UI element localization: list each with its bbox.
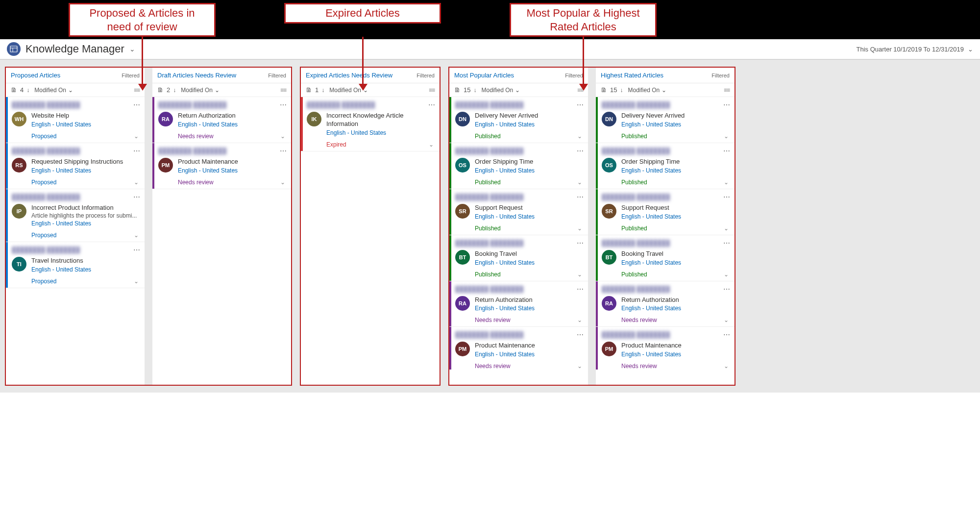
panel-title[interactable]: Draft Articles Needs Review — [157, 72, 236, 79]
card-more-menu[interactable]: ⋯ — [577, 331, 584, 339]
card-more-menu[interactable]: ⋯ — [723, 285, 731, 293]
article-card[interactable]: ████████ ████████⋯RAReturn Authorization… — [449, 281, 588, 327]
author-avatar: BT — [602, 250, 616, 265]
svg-rect-0 — [10, 46, 17, 52]
sort-direction-icon[interactable]: ↓ — [26, 87, 29, 94]
article-card[interactable]: ████████ ████████⋯TITravel InstructionsE… — [6, 242, 145, 288]
card-more-menu[interactable]: ⋯ — [723, 331, 731, 339]
sort-field-dropdown[interactable]: Modified On ⌄ — [481, 87, 520, 94]
card-more-menu[interactable]: ⋯ — [577, 285, 584, 293]
card-meta-redacted: ████████ ████████ — [12, 247, 80, 253]
card-more-menu[interactable]: ⋯ — [723, 239, 731, 247]
sort-direction-icon[interactable]: ↓ — [620, 87, 623, 94]
article-card[interactable]: ████████ ████████⋯RAReturn Authorization… — [596, 281, 735, 327]
expand-card-icon[interactable]: ⌄ — [724, 271, 729, 278]
card-more-menu[interactable]: ⋯ — [280, 101, 287, 109]
expand-card-icon[interactable]: ⌄ — [724, 363, 729, 370]
article-card[interactable]: ████████ ████████⋯OSOrder Shipping TimeE… — [449, 143, 588, 189]
expand-card-icon[interactable]: ⌄ — [429, 141, 434, 148]
card-meta-redacted: ████████ ████████ — [602, 286, 670, 293]
dashboard-dropdown[interactable]: ⌄ — [129, 45, 135, 53]
article-card[interactable]: ████████ ████████⋯WHWebsite HelpEnglish … — [6, 97, 145, 143]
article-card[interactable]: ████████ ████████⋯BTBooking TravelEnglis… — [596, 235, 735, 281]
document-icon: 🗎 — [601, 86, 607, 94]
panel-title[interactable]: Highest Rated Articles — [601, 72, 663, 79]
panel-highest: Highest Rated ArticlesFiltered🗎15↓Modifi… — [596, 68, 735, 385]
status-stripe — [449, 327, 451, 370]
card-meta-redacted: ████████ ████████ — [12, 148, 80, 154]
article-title: Return Authorization — [178, 112, 287, 120]
sort-field-dropdown[interactable]: Modified On ⌄ — [34, 87, 73, 94]
expand-card-icon[interactable]: ⌄ — [134, 232, 139, 239]
article-card[interactable]: ████████ ████████⋯DNDelivery Never Arriv… — [449, 97, 588, 143]
article-card[interactable]: ████████ ████████⋯PMProduct MaintenanceE… — [449, 327, 588, 370]
panel-title[interactable]: Expired Articles Needs Review — [306, 72, 392, 79]
sort-field-dropdown[interactable]: Modified On ⌄ — [628, 87, 666, 94]
article-language: English - United States — [178, 167, 287, 174]
article-card[interactable]: ████████ ████████⋯RSRequested Shipping I… — [6, 143, 145, 189]
card-more-menu[interactable]: ⋯ — [577, 147, 584, 155]
view-options-icon[interactable]: ≡≡ — [429, 87, 435, 94]
card-more-menu[interactable]: ⋯ — [723, 193, 731, 201]
card-more-menu[interactable]: ⋯ — [577, 239, 584, 247]
article-title: Order Shipping Time — [621, 158, 731, 166]
article-language: English - United States — [475, 167, 584, 174]
card-more-menu[interactable]: ⋯ — [723, 101, 731, 109]
card-more-menu[interactable]: ⋯ — [723, 147, 731, 155]
expand-card-icon[interactable]: ⌄ — [577, 363, 582, 370]
group-expired: Expired Articles Needs ReviewFiltered🗎1↓… — [300, 67, 441, 386]
expand-card-icon[interactable]: ⌄ — [577, 179, 582, 186]
view-options-icon[interactable]: ≡≡ — [724, 87, 730, 94]
article-status: Needs review — [178, 179, 214, 186]
expand-card-icon[interactable]: ⌄ — [280, 179, 285, 186]
card-more-menu[interactable]: ⋯ — [577, 101, 584, 109]
panel-title[interactable]: Most Popular Articles — [454, 72, 514, 79]
article-card[interactable]: ████████ ████████⋯DNDelivery Never Arriv… — [596, 97, 735, 143]
expand-card-icon[interactable]: ⌄ — [134, 179, 139, 186]
expand-card-icon[interactable]: ⌄ — [577, 225, 582, 232]
sort-direction-icon[interactable]: ↓ — [473, 87, 476, 94]
article-card[interactable]: ████████ ████████⋯RAReturn Authorization… — [152, 97, 291, 143]
sort-field-dropdown[interactable]: Modified On ⌄ — [181, 87, 220, 94]
sort-direction-icon[interactable]: ↓ — [173, 87, 176, 94]
article-card[interactable]: ████████ ████████⋯PMProduct MaintenanceE… — [152, 143, 291, 189]
article-card[interactable]: ████████ ████████⋯IPIncorrect Product In… — [6, 189, 145, 242]
expand-card-icon[interactable]: ⌄ — [724, 133, 729, 140]
article-card[interactable]: ████████ ████████⋯PMProduct MaintenanceE… — [596, 327, 735, 370]
date-filter[interactable]: This Quarter 10/1/2019 To 12/31/2019 ⌄ — [857, 46, 973, 53]
card-more-menu[interactable]: ⋯ — [280, 147, 287, 155]
expand-card-icon[interactable]: ⌄ — [724, 225, 729, 232]
expand-card-icon[interactable]: ⌄ — [577, 271, 582, 278]
view-options-icon[interactable]: ≡≡ — [280, 87, 286, 94]
card-meta-redacted: ████████ ████████ — [602, 101, 670, 108]
card-more-menu[interactable]: ⋯ — [577, 193, 584, 201]
expand-card-icon[interactable]: ⌄ — [577, 317, 582, 323]
document-icon: 🗎 — [11, 86, 17, 94]
expand-card-icon[interactable]: ⌄ — [280, 133, 285, 140]
article-title: Support Request — [621, 204, 731, 212]
article-card[interactable]: ████████ ████████⋯IKIncorrect Knowledge … — [301, 97, 440, 151]
card-more-menu[interactable]: ⋯ — [133, 193, 141, 201]
article-language: English - United States — [326, 129, 436, 136]
article-status: Published — [475, 225, 501, 232]
article-card[interactable]: ████████ ████████⋯OSOrder Shipping TimeE… — [596, 143, 735, 189]
sort-direction-icon[interactable]: ↓ — [321, 87, 324, 94]
expand-card-icon[interactable]: ⌄ — [134, 133, 139, 140]
expand-card-icon[interactable]: ⌄ — [724, 179, 729, 186]
article-status: Needs review — [178, 133, 214, 140]
panel-controls: 🗎2↓Modified On ⌄≡≡ — [152, 83, 291, 97]
expand-card-icon[interactable]: ⌄ — [724, 317, 729, 323]
chevron-down-icon: ⌄ — [215, 87, 220, 94]
card-more-menu[interactable]: ⋯ — [133, 246, 141, 254]
article-card[interactable]: ████████ ████████⋯BTBooking TravelEnglis… — [449, 235, 588, 281]
article-language: English - United States — [621, 213, 731, 220]
article-card[interactable]: ████████ ████████⋯SRSupport RequestEngli… — [449, 189, 588, 235]
expand-card-icon[interactable]: ⌄ — [577, 133, 582, 140]
card-more-menu[interactable]: ⋯ — [133, 147, 141, 155]
app-header: Knowledge Manager ⌄ This Quarter 10/1/20… — [0, 39, 980, 59]
card-more-menu[interactable]: ⋯ — [428, 101, 436, 109]
article-card[interactable]: ████████ ████████⋯SRSupport RequestEngli… — [596, 189, 735, 235]
panel-title[interactable]: Proposed Articles — [11, 72, 60, 79]
expand-card-icon[interactable]: ⌄ — [134, 278, 139, 285]
card-more-menu[interactable]: ⋯ — [133, 101, 141, 109]
